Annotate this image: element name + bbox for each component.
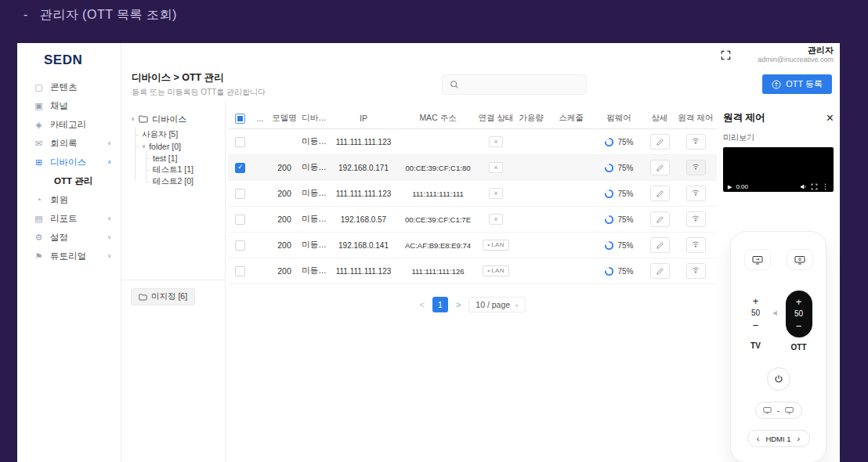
volume-button[interactable] (800, 183, 807, 190)
display-settings-button[interactable] (787, 249, 813, 270)
cell-status: × (477, 136, 515, 147)
firmware-value: 75% (617, 215, 633, 224)
cell-detail (643, 134, 676, 150)
page-size-select[interactable]: 10 / page ∨ (468, 297, 525, 312)
cell-mac: 111:111:111:126 (399, 267, 477, 276)
preview-label: 미리보기 (723, 132, 834, 143)
table-row-2[interactable]: 200 미등… 192.168.0.171 00:CE:39:CF:C1:80 … (228, 155, 717, 181)
sidebar-item-9[interactable]: ⚙ 설정 ∨ (17, 228, 121, 247)
table-row-3[interactable]: 200 미등… 111.111.111.123 111:111:111:111 … (228, 181, 717, 207)
remote-control-button[interactable] (686, 237, 706, 253)
ott-volume-up-button[interactable]: + (796, 297, 802, 307)
tree-item-4[interactable]: 테스트1 [1] (131, 164, 219, 175)
ott-volume-down-button[interactable]: − (796, 321, 802, 331)
remote-control-button[interactable] (686, 211, 706, 227)
tv-volume-up-button[interactable]: + (753, 296, 759, 306)
cell-ip: 192.168.0.57 (328, 215, 399, 224)
edit-button[interactable] (650, 160, 670, 175)
row-checkbox[interactable] (235, 163, 245, 173)
sidebar-item-4[interactable]: ✉ 회의록 ∨ (17, 134, 121, 153)
pencil-icon (656, 267, 664, 276)
search-input[interactable] (464, 79, 579, 90)
cell-status: LAN (477, 265, 515, 277)
cell-remote (676, 134, 715, 150)
remote-control-button[interactable] (686, 134, 706, 150)
fullscreen-button[interactable] (721, 50, 731, 60)
row-checkbox[interactable] (235, 215, 245, 225)
close-button[interactable]: × (826, 112, 834, 125)
tree-item-5[interactable]: 테스트2 [0] (131, 175, 219, 187)
remote-control-button[interactable] (686, 160, 706, 175)
edit-button[interactable] (650, 263, 670, 279)
cell-firmware: 75% (595, 137, 643, 147)
device-tree-panel: ∨ 디바이스 사용자 [5] ∨ folder [0] test [1] 테스트… (121, 102, 226, 462)
remote-signal-icon (691, 240, 700, 250)
device-icon: ⊞ (33, 157, 45, 168)
search-box[interactable] (442, 74, 587, 95)
cell-detail (643, 237, 676, 253)
firmware-progress-ring (604, 137, 614, 147)
remote-control-button[interactable] (686, 263, 706, 279)
table-row-1[interactable]: 미등… 111.111.111.123 × 75% (228, 129, 717, 155)
ott-volume-group: + 50 − OTT (786, 291, 812, 352)
cell-device: 미등… (300, 265, 328, 276)
row-checkbox[interactable] (235, 137, 245, 147)
pencil-icon (656, 215, 664, 224)
column-header-ip: IP (328, 114, 399, 123)
tree-item-1[interactable]: 사용자 [5] (131, 128, 219, 140)
hdmi-prev-button[interactable]: ‹ (757, 434, 760, 443)
play-button[interactable]: ▶ (728, 184, 732, 190)
sidebar-menu: ▢ 콘텐츠 ▣ 채널 ◈ 카테고리 ✉ 회의록 ∨ ⊞ 디바이스 ∧ OTT 관… (17, 78, 121, 265)
edit-button[interactable] (650, 134, 670, 150)
column-header-dots[interactable]: ... (251, 114, 269, 123)
report-icon: ▤ (33, 214, 45, 224)
display-refresh-button[interactable] (744, 249, 771, 270)
device-table: ... 모델명 디바… IP MAC 주소 연결 상태 가용량 스케줄 펌웨어 … (226, 102, 717, 462)
tv-volume-down-button[interactable]: − (753, 320, 759, 330)
tree-item-3[interactable]: test [1] (131, 152, 219, 164)
breadcrumb: 디바이스 > OTT 관리 (132, 71, 266, 85)
sidebar-item-3[interactable]: ◈ 카테고리 (17, 115, 121, 134)
sidebar-item-8[interactable]: ▤ 리포트 ∨ (17, 209, 121, 228)
edit-button[interactable] (650, 186, 670, 201)
power-button[interactable] (767, 367, 790, 391)
row-checkbox[interactable] (235, 189, 245, 199)
prev-page-button[interactable]: < (419, 300, 424, 309)
table-row-4[interactable]: 200 미등… 192.168.0.57 00:CE:39:CF:C1:7E ×… (228, 207, 717, 233)
cell-remote (676, 160, 715, 175)
edit-button[interactable] (650, 211, 670, 227)
sidebar-item-7[interactable]: ◔ 회원 (17, 190, 121, 209)
ott-volume-value: 50 (794, 309, 803, 319)
input-switch-button[interactable]: - (755, 402, 802, 419)
next-page-button[interactable]: > (456, 300, 461, 309)
cell-firmware: 75% (595, 240, 643, 251)
row-checkbox[interactable] (235, 240, 245, 251)
cell-mac: 111:111:111:111 (399, 189, 477, 198)
sidebar-item-10[interactable]: ⚑ 튜토리얼 ∨ (17, 247, 121, 265)
table-row-6[interactable]: 200 미등… 111.111.111.123 111:111:111:126 … (228, 258, 717, 284)
tree-item-2[interactable]: ∨ folder [0] (131, 140, 219, 152)
remote-control-button[interactable] (686, 186, 706, 201)
sidebar-item-2[interactable]: ▣ 채널 (17, 96, 121, 115)
column-header-remote: 원격 제어 (676, 113, 715, 124)
sidebar-item-6[interactable]: OTT 관리 (17, 171, 121, 190)
user-info[interactable]: 관리자 admin@inucreative.com (758, 45, 834, 65)
table-row-5[interactable]: 200 미등… 192.168.0.141 AC:AF:B9:E8:E9:74 … (228, 233, 717, 258)
player-fullscreen-button[interactable] (811, 183, 818, 190)
row-checkbox[interactable] (235, 266, 245, 276)
sidebar-item-5[interactable]: ⊞ 디바이스 ∧ (17, 153, 121, 171)
ott-register-button[interactable]: OTT 등록 (762, 74, 832, 94)
tree-root-device[interactable]: ∨ 디바이스 (131, 113, 219, 125)
hdmi-next-button[interactable]: › (797, 434, 801, 443)
edit-button[interactable] (650, 237, 670, 253)
video-preview-player[interactable]: ▶ 0:00 ⋮ (723, 147, 834, 192)
unassigned-folder[interactable]: 미지정 [6] (131, 288, 195, 305)
cell-ip: 111.111.111.123 (328, 267, 399, 276)
remote-panel-title: 원격 제어 (723, 111, 765, 125)
sidebar-item-1[interactable]: ▢ 콘텐츠 (17, 78, 121, 96)
player-menu-button[interactable]: ⋮ (822, 183, 829, 190)
select-all-checkbox[interactable] (235, 114, 245, 124)
cell-model: 200 (269, 215, 300, 224)
page-1-button[interactable]: 1 (432, 297, 448, 312)
tree-root-label: 디바이스 (152, 114, 186, 125)
